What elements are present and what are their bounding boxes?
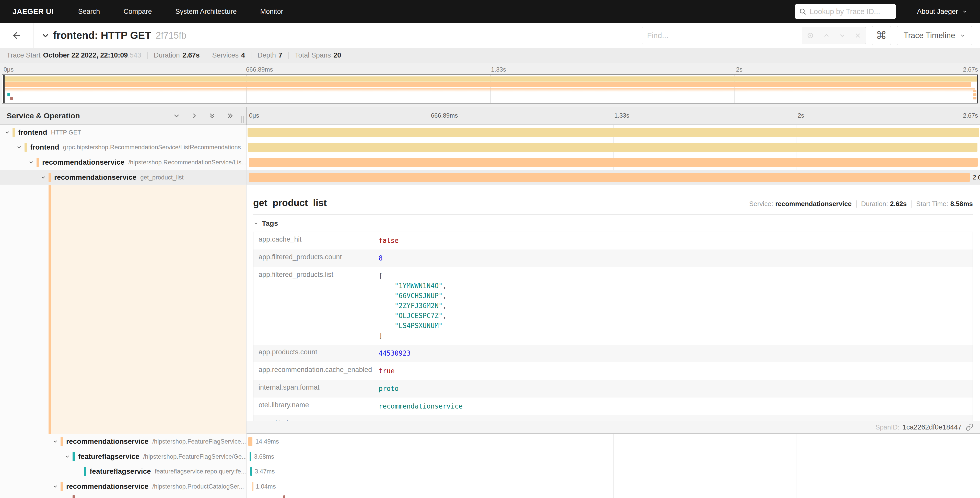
chevron-down-icon[interactable] (4, 129, 10, 136)
tag-value: [ "1YMWWN1N4O", "66VCHSJNUP", "2ZYFJ3GM2… (379, 267, 447, 345)
nav-item-system-architecture[interactable]: System Architecture (175, 8, 237, 16)
chevron-down-icon[interactable] (16, 144, 22, 150)
span-row[interactable]: frontendgrpc.hipstershop.RecommendationS… (0, 140, 980, 155)
about-jaeger-menu[interactable]: About Jaeger (917, 8, 967, 16)
span-row-left[interactable]: featureflagservice/hipstershop.FeatureFl… (0, 449, 247, 464)
span-service-name: recommendationservice (66, 482, 148, 491)
span-duration-label: 14.49ms (256, 438, 279, 445)
span-row[interactable] (0, 494, 980, 498)
trace-view-selector[interactable]: Trace Timeline (897, 26, 972, 45)
tag-key: app.filtered_products.list (253, 267, 379, 282)
span-duration-bar[interactable] (249, 158, 978, 167)
column-resizer[interactable] (241, 117, 244, 123)
find-input[interactable] (642, 27, 802, 44)
span-detail-highlight[interactable] (51, 185, 246, 434)
span-row-left[interactable]: recommendationservice/hipstershop.Recomm… (0, 155, 247, 170)
tags-section-label: Tags (262, 219, 278, 228)
chevron-up-icon[interactable] (822, 32, 830, 39)
chevron-down-icon[interactable] (28, 159, 34, 165)
span-row[interactable]: featureflagservice/hipstershop.FeatureFl… (0, 449, 980, 464)
collapse-all-icon[interactable] (208, 112, 216, 120)
span-row-timeline[interactable]: 14.49ms (247, 434, 980, 449)
span-row[interactable]: recommendationservice/hipstershop.Recomm… (0, 155, 980, 170)
trace-id-search[interactable] (795, 4, 896, 19)
span-row[interactable]: recommendationserviceget_product_list2.6… (0, 170, 980, 185)
span-row-timeline[interactable] (247, 494, 980, 498)
span-row-timeline[interactable]: 3.68ms (247, 449, 980, 464)
expand-one-icon[interactable] (190, 112, 199, 120)
minimap-span-bar (973, 97, 977, 99)
indent-guide (3, 434, 3, 449)
tag-key: app.recommendation.cache_enabled (253, 362, 379, 377)
span-row-left[interactable]: recommendationserviceget_product_list (0, 170, 247, 185)
span-row[interactable]: frontendHTTP GET (0, 125, 980, 140)
span-row-timeline[interactable] (247, 155, 980, 170)
nav-item-compare[interactable]: Compare (123, 8, 152, 16)
service-operation-header: Service & Operation (0, 107, 247, 125)
minimap-canvas[interactable] (2, 74, 978, 104)
service-color-bar (13, 128, 15, 137)
span-row-left[interactable]: recommendationservice/hipstershop.Produc… (0, 479, 247, 494)
span-row-timeline[interactable]: 2.62s (247, 170, 980, 185)
span-row-timeline[interactable] (247, 125, 980, 140)
tag-key: internal.span.format (253, 380, 379, 395)
indent-guide (3, 140, 3, 155)
chevron-down-icon[interactable] (52, 439, 58, 445)
minimap-span-bar (973, 90, 977, 92)
span-operation-name: /hipstershop.FeatureFlagService/Ge... (143, 453, 247, 460)
span-service-name: recommendationservice (66, 437, 148, 445)
clear-icon[interactable] (854, 32, 861, 39)
link-icon[interactable] (966, 423, 974, 431)
collapse-trace-header-button[interactable] (41, 31, 50, 40)
span-duration-label: 1.04ms (256, 483, 276, 490)
span-row-left[interactable]: frontendgrpc.hipstershop.RecommendationS… (0, 140, 247, 155)
nav-item-search[interactable]: Search (78, 8, 100, 16)
service-color-bar (60, 437, 63, 446)
timeline-gridline (430, 464, 430, 479)
indent-guide (27, 170, 27, 185)
span-duration-bar[interactable] (252, 482, 253, 491)
span-row[interactable]: recommendationservice/hipstershop.Featur… (0, 434, 980, 449)
span-row-left[interactable]: frontendHTTP GET (0, 125, 247, 140)
span-row-timeline[interactable]: 3.47ms (247, 464, 980, 479)
app-brand[interactable]: JAEGER UI (13, 7, 54, 16)
expand-all-icon[interactable] (226, 112, 234, 120)
span-row-timeline[interactable] (247, 140, 980, 155)
span-operation-name: /hipstershop.ProductCatalogSer... (152, 483, 244, 490)
meta-value: recommendationservice (775, 200, 851, 208)
span-row[interactable]: recommendationservice/hipstershop.Produc… (0, 479, 980, 494)
minimap-span-bar (4, 82, 971, 87)
span-row-left[interactable] (0, 494, 247, 498)
span-duration-bar[interactable] (283, 495, 285, 498)
keyboard-shortcuts-button[interactable]: ⌘ (872, 26, 891, 45)
span-row-left[interactable]: recommendationservice/hipstershop.Featur… (0, 434, 247, 449)
timeline-gridline (613, 434, 614, 449)
nav-item-monitor[interactable]: Monitor (260, 8, 283, 16)
span-row[interactable]: featureflagservicefeatureflagservice.rep… (0, 464, 980, 479)
trace-id-input[interactable] (810, 7, 891, 16)
collapse-one-icon[interactable] (172, 112, 181, 120)
span-duration-bar[interactable] (248, 128, 979, 137)
span-duration-bar[interactable] (250, 467, 252, 476)
tree-controls (172, 112, 234, 120)
chevron-down-icon[interactable] (40, 174, 46, 180)
stat-divider (251, 52, 251, 59)
list-item-string: "LS4PSXUNUM" (379, 322, 442, 330)
back-button[interactable] (0, 23, 34, 48)
span-duration-bar[interactable] (248, 143, 977, 152)
chevron-down-icon[interactable] (52, 484, 58, 490)
span-row-left[interactable]: featureflagservicefeatureflagservice.rep… (0, 464, 247, 479)
tags-section-toggle[interactable]: Tags (253, 219, 973, 228)
stat-label: Total Spans (295, 51, 331, 59)
tag-row: app.recommendation.cache_enabledtrue (253, 362, 973, 380)
minimap-left-handle[interactable] (3, 75, 5, 103)
minimap-right-handle[interactable] (977, 75, 978, 103)
span-duration-bar[interactable] (250, 452, 251, 461)
span-row-timeline[interactable]: 1.04ms (247, 479, 980, 494)
locate-icon[interactable] (806, 32, 815, 40)
span-duration-bar[interactable] (248, 437, 252, 446)
chevron-down-icon[interactable] (64, 453, 70, 460)
chevron-down-icon[interactable] (838, 32, 846, 39)
minimap-span-bar (973, 93, 977, 96)
span-duration-bar[interactable] (249, 173, 970, 182)
